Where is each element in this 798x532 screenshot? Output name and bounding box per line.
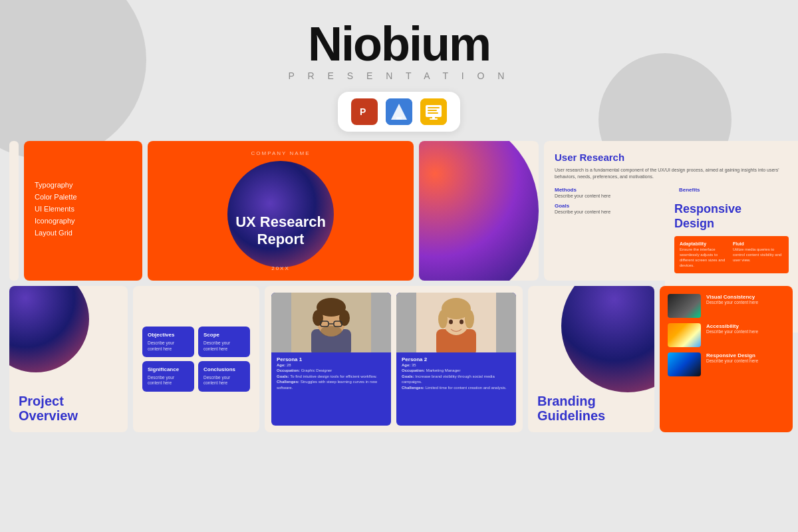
powerpoint-icon[interactable]: P [351, 98, 378, 125]
user-research-title: User Research [555, 152, 798, 163]
svg-rect-8 [428, 110, 437, 111]
obj-conclusions: Conclusions Describe your content here [198, 361, 250, 392]
slide-gradient-decor [419, 141, 539, 281]
visual-thumb-2 [668, 323, 701, 347]
branding-title: BrandingGuidelines [537, 394, 645, 423]
persona-2-info: Persona 2 Age: 35 Occupation: Marketing … [396, 352, 516, 426]
visual-item-2: Accessibility Describe your content here [668, 323, 785, 347]
page-title: Niobium [0, 20, 798, 68]
header: Niobium P R E S E N T A T I O N P [0, 0, 798, 132]
app-icons-row: P [0, 92, 798, 132]
visual-text-1: Visual Consistency Describe your content… [706, 294, 758, 305]
svg-point-26 [438, 310, 448, 329]
svg-rect-4 [396, 117, 402, 120]
svg-text:P: P [360, 106, 366, 117]
visual-thumb-1 [668, 294, 701, 318]
list-item: Typography [35, 181, 132, 189]
slide-ux-research: COMPANY NAME UX ResearchReport 20XX [148, 141, 414, 281]
obj-scope: Scope Describe your content here [198, 327, 250, 357]
svg-rect-10 [430, 118, 438, 120]
svg-point-28 [449, 320, 453, 325]
list-item: UI Elements [35, 205, 132, 213]
visual-text-2: Accessibility Describe your content here [706, 323, 758, 334]
persona-1-card: Persona 1 Age: 28 Occupation: Graphic De… [271, 293, 391, 426]
svg-point-17 [339, 310, 350, 326]
visual-item-1: Visual Consistency Describe your content… [668, 294, 785, 318]
persona-2-card: Persona 2 Age: 35 Occupation: Marketing … [396, 293, 516, 426]
list-item: Iconography [35, 217, 132, 225]
slide-visual-consistency: Visual Consistency Describe your content… [660, 286, 793, 432]
slide-personas: Persona 1 Age: 28 Occupation: Graphic De… [265, 286, 523, 432]
svg-point-16 [313, 310, 323, 326]
keynote-icon[interactable] [386, 98, 412, 125]
svg-rect-11 [432, 117, 435, 118]
visual-thumb-3 [668, 352, 701, 376]
google-slides-icon[interactable] [420, 98, 447, 125]
visual-text-3: Responsive Design Describe your content … [706, 352, 758, 363]
project-overview-title: ProjectOverview [19, 394, 118, 423]
project-circle [9, 286, 89, 372]
svg-point-27 [465, 310, 474, 329]
objectives-grid: Objectives Describe your content here Sc… [142, 327, 250, 392]
slide-project-overview: ProjectOverview [9, 286, 128, 432]
persona-2-photo [396, 293, 516, 352]
obj-objectives: Objectives Describe your content here [142, 327, 194, 357]
persona-1-photo [271, 293, 391, 352]
ur-methods: Methods Describe your content here [555, 187, 675, 200]
visual-item-3: Responsive Design Describe your content … [668, 352, 785, 376]
ux-title: UX ResearchReport [235, 213, 326, 249]
typography-list: Typography Color Palette UI Elements Ico… [35, 181, 132, 241]
slide-branding: BrandingGuidelines [528, 286, 654, 432]
slide-typography: Typography Color Palette UI Elements Ico… [24, 141, 142, 281]
cream-strip-left [9, 141, 19, 281]
ur-goals: Goals Describe your content here [555, 203, 675, 215]
svg-point-18 [321, 326, 342, 336]
branding-circle [561, 286, 654, 392]
app-icons-box: P [338, 92, 460, 132]
svg-point-29 [460, 320, 464, 325]
obj-significance: Significance Describe your content here [142, 361, 194, 392]
svg-rect-9 [428, 112, 438, 114]
gradient-half-circle [419, 141, 539, 281]
list-item: Color Palette [35, 193, 132, 201]
ux-year: 20XX [271, 265, 290, 271]
company-name: COMPANY NAME [251, 150, 310, 156]
header-subtitle: P R E S E N T A T I O N [0, 70, 798, 81]
svg-rect-7 [428, 107, 440, 108]
slide-objectives: Objectives Describe your content here Sc… [133, 286, 259, 432]
list-item: Layout Grid [35, 229, 132, 237]
user-research-desc: User research is a fundamental component… [555, 167, 798, 180]
persona-1-info: Persona 1 Age: 28 Occupation: Graphic De… [271, 352, 391, 426]
